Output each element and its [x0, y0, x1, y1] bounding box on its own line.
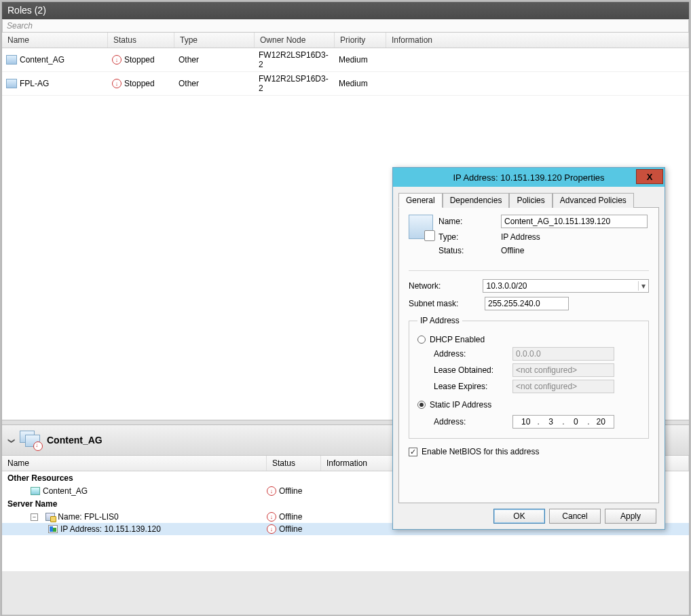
resource-icon	[31, 487, 40, 495]
offline-icon	[267, 486, 276, 496]
role-owner: FW12R2LSP16D3-2	[255, 48, 335, 71]
ip-octet-4[interactable]: 20	[592, 417, 609, 427]
col-owner[interactable]: Owner Node	[255, 33, 335, 48]
role-owner: FW12R2LSP16D3-2	[255, 72, 335, 95]
role-type: Other	[174, 77, 255, 90]
resource-name: Content_AG	[43, 486, 88, 496]
netbios-checkbox[interactable]	[409, 448, 417, 456]
radio-dhcp-label: DHCP Enabled	[430, 335, 485, 344]
label-dhcp-address: Address:	[434, 349, 512, 359]
col-priority[interactable]: Priority	[335, 33, 386, 48]
radio-dhcp-row[interactable]: DHCP Enabled	[417, 335, 640, 344]
dcol-status[interactable]: Status	[267, 456, 321, 471]
role-type: Other	[174, 53, 255, 67]
role-info	[386, 58, 689, 62]
ip-octet-3[interactable]: 0	[567, 417, 584, 427]
label-lease-obtained: Lease Obtained:	[434, 365, 512, 375]
resource-name: Name: FPL-LIS0	[58, 512, 118, 522]
properties-dialog: IP Address: 10.151.139.120 Properties X …	[392, 167, 665, 530]
role-name: Content_AG	[20, 55, 64, 65]
label-name: Name:	[438, 217, 501, 226]
role-row[interactable]: FPL-AG Stopped Other FW12R2LSP16D3-2 Med…	[2, 72, 689, 96]
offline-icon	[267, 512, 276, 522]
ip-octet-1[interactable]: 10	[517, 417, 534, 427]
role-icon	[6, 55, 17, 65]
collapse-icon[interactable]: −	[31, 513, 38, 521]
radio-static-label: Static IP Address	[430, 400, 491, 410]
resource-status: Offline	[279, 524, 302, 534]
value-status: Offline	[501, 246, 524, 255]
dialog-buttons: OK Cancel Apply	[393, 509, 665, 529]
network-name-icon	[45, 513, 55, 521]
ip-octet-2[interactable]: 3	[542, 417, 559, 427]
role-status: Stopped	[124, 79, 155, 88]
role-priority: Medium	[335, 77, 386, 90]
chevron-down-icon[interactable]	[9, 435, 14, 445]
col-info[interactable]: Information	[386, 33, 689, 48]
static-ip-input[interactable]: 10. 3. 0. 20	[512, 415, 614, 429]
role-icon	[6, 79, 17, 88]
radio-static-row[interactable]: Static IP Address	[417, 400, 640, 410]
label-lease-expires: Lease Expires:	[434, 382, 512, 391]
label-status: Status:	[438, 246, 501, 255]
resource-status: Offline	[279, 486, 302, 496]
ip-address-icon	[48, 525, 58, 533]
col-status[interactable]: Status	[108, 33, 174, 48]
roles-panel-title: Roles (2)	[2, 2, 689, 19]
tab-dependencies[interactable]: Dependencies	[443, 193, 510, 208]
tab-general[interactable]: General	[398, 193, 443, 208]
network-select[interactable]: 10.3.0.0/20 ▾	[483, 279, 649, 293]
netbios-row[interactable]: Enable NetBIOS for this address	[409, 447, 649, 456]
resource-name: IP Address: 10.151.139.120	[60, 524, 161, 534]
value-type: IP Address	[501, 232, 540, 242]
dialog-title: IP Address: 10.151.139.120 Properties	[453, 173, 604, 183]
apply-button[interactable]: Apply	[605, 509, 656, 524]
subnet-input	[485, 297, 569, 310]
label-subnet: Subnet mask:	[409, 299, 485, 308]
role-priority: Medium	[335, 53, 386, 67]
detail-title: Content_AG	[47, 435, 102, 446]
role-large-icon	[20, 431, 41, 450]
cancel-button[interactable]: Cancel	[549, 509, 601, 524]
role-name: FPL-AG	[20, 79, 49, 88]
role-info	[386, 81, 689, 86]
role-status: Stopped	[124, 55, 155, 65]
tab-general-body: Name: Type: IP Address Status: Offline N…	[398, 207, 659, 503]
col-name[interactable]: Name	[2, 33, 108, 48]
offline-icon	[267, 524, 276, 534]
role-row[interactable]: Content_AG Stopped Other FW12R2LSP16D3-2…	[2, 48, 689, 72]
lease-obtained-input	[512, 363, 614, 377]
lease-expires-input	[512, 380, 614, 393]
network-value: 10.3.0.0/20	[486, 281, 527, 291]
tab-advanced-policies[interactable]: Advanced Policies	[553, 193, 634, 208]
label-type: Type:	[438, 232, 501, 242]
dialog-tabs: General Dependencies Policies Advanced P…	[393, 187, 665, 207]
dcol-name[interactable]: Name	[2, 456, 267, 471]
ip-address-group: IP Address DHCP Enabled Address: Lease O…	[409, 316, 649, 439]
ok-button[interactable]: OK	[493, 509, 545, 524]
col-type[interactable]: Type	[174, 33, 255, 48]
label-static-address: Address:	[434, 417, 512, 427]
label-network: Network:	[409, 281, 483, 291]
stopped-icon	[112, 55, 122, 65]
stopped-icon	[112, 79, 122, 88]
name-input[interactable]	[501, 215, 648, 228]
radio-static[interactable]	[417, 401, 426, 409]
roles-grid-header: Name Status Type Owner Node Priority Inf…	[2, 33, 689, 48]
radio-dhcp[interactable]	[417, 336, 426, 344]
search-input[interactable]: Search	[2, 19, 689, 33]
resource-status: Offline	[279, 512, 302, 522]
ip-group-legend: IP Address	[417, 316, 462, 325]
dialog-titlebar[interactable]: IP Address: 10.151.139.120 Properties X	[393, 168, 665, 187]
tab-policies[interactable]: Policies	[509, 193, 552, 208]
netbios-label: Enable NetBIOS for this address	[422, 447, 539, 456]
close-button[interactable]: X	[636, 169, 663, 184]
resource-large-icon	[409, 215, 433, 239]
chevron-down-icon: ▾	[638, 281, 646, 291]
dhcp-address-input	[512, 347, 614, 361]
